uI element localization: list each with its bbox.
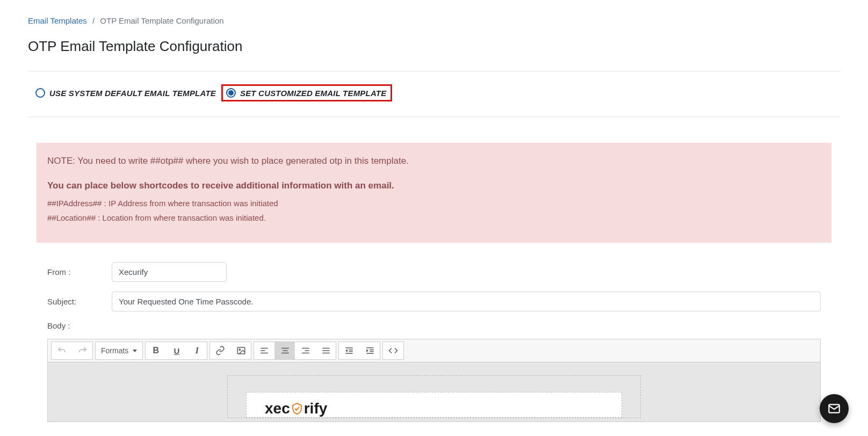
template-type-radios: USE SYSTEM DEFAULT EMAIL TEMPLATE SET CU…	[28, 84, 840, 117]
note-shortcodes-heading: You can place below shortcodes to receiv…	[47, 180, 821, 191]
editor-content-area[interactable]: xec rify	[48, 362, 820, 422]
body-label: Body :	[47, 321, 821, 330]
link-icon	[215, 346, 225, 355]
chat-icon	[827, 402, 841, 416]
brand-logo: xec rify	[265, 400, 603, 417]
image-button[interactable]	[230, 342, 251, 359]
logo-text-suffix: rify	[304, 400, 328, 417]
formats-dropdown[interactable]: Formats	[96, 342, 142, 359]
subject-label: Subject:	[47, 297, 112, 306]
logo-text-prefix: xec	[265, 400, 290, 417]
from-row: From :	[47, 262, 821, 282]
note-shortcode-ip: ##IPAddress## : IP Address from where tr…	[47, 199, 821, 208]
align-justify-button[interactable]	[315, 342, 336, 359]
breadcrumb-current: OTP Email Template Configuration	[100, 16, 223, 25]
from-label: From :	[47, 267, 112, 277]
bold-icon: B	[153, 346, 160, 355]
radio-custom-template[interactable]: SET CUSTOMIZED EMAIL TEMPLATE	[221, 84, 392, 101]
note-box: NOTE: You need to write ##otp## where yo…	[37, 143, 831, 243]
radio-icon-unchecked	[35, 88, 45, 98]
underline-button[interactable]: U	[166, 342, 186, 359]
align-center-button[interactable]	[274, 342, 295, 359]
undo-icon	[57, 346, 67, 355]
subject-input[interactable]	[112, 292, 821, 311]
breadcrumb: Email Templates / OTP Email Template Con…	[28, 16, 840, 25]
bold-button[interactable]: B	[146, 342, 166, 359]
subject-row: Subject:	[47, 292, 821, 311]
underline-icon: U	[173, 346, 179, 355]
breadcrumb-parent-link[interactable]: Email Templates	[28, 16, 87, 25]
redo-button[interactable]	[72, 342, 92, 359]
caret-down-icon	[133, 350, 137, 352]
outdent-button[interactable]	[339, 342, 359, 359]
align-right-icon	[301, 346, 310, 355]
page-title: OTP Email Template Configuration	[28, 38, 840, 55]
link-button[interactable]	[210, 342, 230, 359]
editor-toolbar: Formats B U I	[48, 339, 820, 362]
outdent-icon	[344, 346, 354, 355]
breadcrumb-separator: /	[92, 16, 95, 25]
indent-button[interactable]	[359, 342, 380, 359]
svg-marker-23	[366, 349, 368, 352]
image-icon	[236, 346, 246, 355]
code-button[interactable]	[383, 342, 403, 359]
formats-label: Formats	[101, 346, 128, 355]
chat-launcher-button[interactable]	[820, 394, 849, 422]
email-template-preview: xec rify	[227, 375, 641, 418]
radio-custom-label: SET CUSTOMIZED EMAIL TEMPLATE	[240, 89, 386, 98]
align-right-button[interactable]	[295, 342, 315, 359]
note-shortcode-location: ##Location## : Location from where trans…	[47, 213, 821, 222]
divider	[28, 71, 840, 71]
code-icon	[388, 346, 398, 355]
radio-icon-checked	[226, 88, 236, 98]
from-input[interactable]	[112, 262, 227, 282]
italic-icon: I	[196, 345, 199, 356]
svg-point-1	[239, 349, 240, 350]
email-body-inner: xec rify	[246, 392, 622, 418]
radio-default-label: USE SYSTEM DEFAULT EMAIL TEMPLATE	[49, 89, 216, 98]
redo-icon	[78, 346, 88, 355]
rich-text-editor: Formats B U I	[47, 339, 821, 422]
align-left-icon	[259, 346, 269, 355]
note-line-1: NOTE: You need to write ##otp## where yo…	[47, 156, 821, 166]
shield-icon	[291, 402, 303, 415]
align-justify-icon	[321, 346, 331, 355]
align-center-icon	[280, 346, 290, 355]
radio-default-template[interactable]: USE SYSTEM DEFAULT EMAIL TEMPLATE	[35, 88, 216, 98]
italic-button[interactable]: I	[186, 342, 207, 359]
align-left-button[interactable]	[254, 342, 274, 359]
indent-icon	[365, 346, 375, 355]
svg-marker-18	[346, 349, 348, 352]
undo-button[interactable]	[52, 342, 72, 359]
